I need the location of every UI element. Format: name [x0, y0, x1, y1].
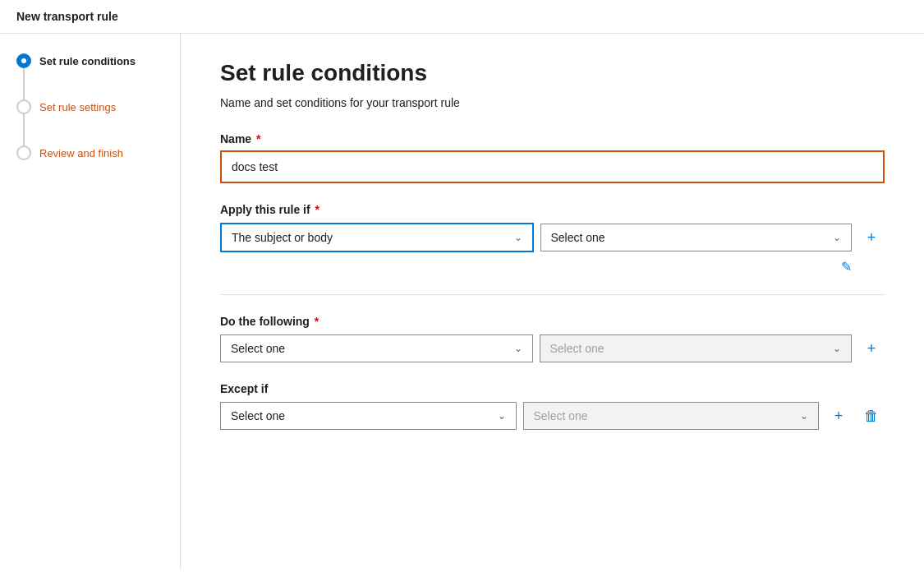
except-if-dropdown-1[interactable]: Select one ⌄ [220, 402, 517, 430]
except-if-add-button[interactable]: + [825, 403, 852, 429]
step-line-1 [23, 68, 25, 99]
do-following-section: Do the following * Select one ⌄ Select o… [220, 315, 885, 362]
step-line-2 [23, 114, 25, 145]
apply-rule-add-button[interactable]: + [858, 224, 885, 251]
do-following-required-star: * [315, 315, 319, 328]
apply-rule-required-star: * [315, 203, 319, 216]
apply-rule-label: Apply this rule if * [220, 203, 885, 216]
do-following-row: Select one ⌄ Select one ⌄ + [220, 334, 885, 362]
except-if-dropdown-2[interactable]: Select one ⌄ [523, 402, 820, 430]
sidebar: Set rule conditions Set rule settings Re… [0, 34, 181, 569]
page-heading: Set rule conditions [220, 60, 885, 86]
apply-rule-section: Apply this rule if * The subject or body… [220, 203, 885, 274]
step-item-settings[interactable]: Set rule settings [16, 99, 180, 145]
page-description: Name and set conditions for your transpo… [220, 96, 885, 109]
name-required-star: * [256, 132, 260, 145]
do-following-dropdown-2[interactable]: Select one ⌄ [540, 334, 853, 362]
except-if-label: Except if [220, 382, 885, 395]
step-circle-conditions [16, 53, 31, 68]
name-input[interactable] [223, 154, 881, 180]
apply-rule-dropdown-1[interactable]: The subject or body ⌄ [220, 223, 534, 252]
step-item-review[interactable]: Review and finish [16, 145, 180, 161]
step-circle-review [16, 145, 31, 160]
step-list: Set rule conditions Set rule settings Re… [0, 53, 180, 161]
do-following-add-button[interactable]: + [858, 335, 885, 362]
except-if-row: Select one ⌄ Select one ⌄ + 🗑 [220, 402, 885, 430]
name-field-section: Name * [220, 132, 885, 183]
except-if-section: Except if Select one ⌄ Select one ⌄ + 🗑 [220, 382, 885, 430]
step-circle-settings [16, 99, 31, 114]
except-if-dropdown-1-chevron: ⌄ [498, 410, 506, 422]
except-if-delete-button[interactable]: 🗑 [858, 403, 885, 429]
do-following-dropdown-2-chevron: ⌄ [833, 343, 841, 354]
name-label: Name * [220, 132, 885, 145]
do-following-label: Do the following * [220, 315, 885, 328]
step-label-settings: Set rule settings [39, 99, 116, 115]
step-label-review: Review and finish [39, 145, 123, 161]
except-if-dropdown-2-chevron: ⌄ [800, 410, 808, 422]
page-title-bar: New transport rule [16, 10, 118, 23]
apply-rule-row: The subject or body ⌄ Select one ⌄ + [220, 223, 885, 252]
edit-icon[interactable]: ✎ [841, 259, 852, 274]
do-following-dropdown-1[interactable]: Select one ⌄ [220, 334, 533, 362]
name-input-wrapper [220, 150, 885, 183]
main-content: Set rule conditions Name and set conditi… [181, 34, 924, 569]
do-following-dropdown-1-chevron: ⌄ [514, 343, 522, 354]
apply-rule-dropdown-2-chevron: ⌄ [833, 232, 841, 243]
section-divider-1 [220, 294, 885, 295]
apply-rule-dropdown-2[interactable]: Select one ⌄ [540, 224, 853, 251]
apply-rule-dropdown-1-chevron: ⌄ [514, 232, 522, 243]
step-label-conditions: Set rule conditions [39, 53, 136, 69]
edit-icon-row: ✎ [220, 259, 885, 274]
step-item-conditions[interactable]: Set rule conditions [16, 53, 180, 99]
